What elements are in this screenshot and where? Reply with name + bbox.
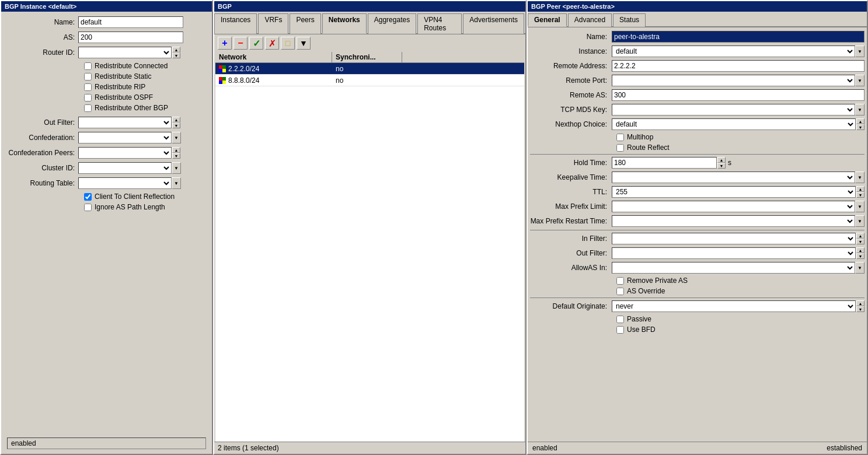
nexthop-select[interactable]: default xyxy=(612,118,856,130)
out-filter-spinner[interactable]: ▲ ▼ xyxy=(172,117,180,128)
as-override-row: AS Override xyxy=(530,287,864,295)
confederation-wrap: ▼ xyxy=(78,132,205,144)
routing-table-label: Routing Table: xyxy=(8,179,78,187)
out-filter-down[interactable]: ▼ xyxy=(172,123,180,128)
router-id-down[interactable]: ▼ xyxy=(172,52,180,58)
cancel-button[interactable]: ✗ xyxy=(265,37,279,50)
confederation-peers-select[interactable] xyxy=(78,147,172,159)
remove-button[interactable]: − xyxy=(233,37,247,50)
out-filter-select[interactable] xyxy=(78,117,172,128)
redistribute-connected-label: Redistribute Connected xyxy=(95,62,168,70)
middle-toolbar: + − ✓ ✗ □ ▼ xyxy=(214,34,525,52)
as-label: AS: xyxy=(8,33,78,41)
tab-instances[interactable]: Instances xyxy=(214,13,257,34)
tab-networks[interactable]: Networks xyxy=(322,13,367,34)
name-input[interactable] xyxy=(78,16,183,28)
remove-private-as-checkbox[interactable] xyxy=(616,277,624,285)
sync-cell-1: no xyxy=(332,65,402,73)
tab-advanced[interactable]: Advanced xyxy=(568,13,612,27)
tab-vrfs[interactable]: VRFs xyxy=(258,13,288,34)
max-prefix-limit-wrap: ▼ xyxy=(612,201,864,212)
keepalive-label: Keepalive Time: xyxy=(530,173,612,181)
col-header-sync[interactable]: Synchroni... xyxy=(332,52,402,62)
peer-name-input[interactable] xyxy=(612,31,864,43)
ttl-spinner[interactable]: ▲ ▼ xyxy=(856,186,864,198)
instance-label: Instance: xyxy=(530,47,612,55)
instance-dropdown[interactable]: ▼ xyxy=(855,46,864,57)
passive-row: Passive xyxy=(530,315,864,323)
ignore-as-path-checkbox[interactable] xyxy=(84,204,92,211)
confederation-peers-wrap: ▲ ▼ xyxy=(78,147,205,159)
routing-table-select[interactable] xyxy=(78,177,172,189)
allowas-in-select[interactable] xyxy=(612,262,855,274)
remote-port-dropdown[interactable]: ▼ xyxy=(855,75,864,86)
remote-as-input[interactable] xyxy=(612,89,864,101)
tab-status[interactable]: Status xyxy=(613,13,646,27)
route-reflect-checkbox[interactable] xyxy=(616,144,624,152)
multihop-checkbox[interactable] xyxy=(616,134,624,141)
router-id-select[interactable] xyxy=(78,47,172,58)
out-filter-right-select[interactable] xyxy=(612,247,856,259)
max-prefix-limit-select[interactable] xyxy=(612,201,855,212)
routing-table-dropdown[interactable]: ▼ xyxy=(172,177,181,189)
passive-checkbox[interactable] xyxy=(616,316,624,323)
name-label: Name: xyxy=(8,18,78,26)
remote-as-row: Remote AS: xyxy=(530,89,864,101)
in-filter-spinner[interactable]: ▲ ▼ xyxy=(856,233,864,244)
tab-advertisements[interactable]: Advertisements xyxy=(463,13,524,34)
hold-time-input[interactable] xyxy=(612,157,717,169)
in-filter-select[interactable] xyxy=(612,233,856,244)
tcp-md5-select[interactable] xyxy=(612,104,855,116)
multihop-row: Multihop xyxy=(530,133,864,141)
nexthop-spinner[interactable]: ▲ ▼ xyxy=(856,118,864,130)
redistribute-rip-checkbox[interactable] xyxy=(84,83,92,91)
apply-button[interactable]: ✓ xyxy=(249,37,263,50)
tab-peers[interactable]: Peers xyxy=(290,13,320,34)
table-row[interactable]: 2.2.2.0/24 no xyxy=(215,63,524,75)
redistribute-static-checkbox[interactable] xyxy=(84,73,92,80)
router-id-spinner[interactable]: ▲ ▼ xyxy=(172,47,180,58)
right-status-right: established xyxy=(827,444,862,452)
instance-select[interactable]: default xyxy=(612,46,855,57)
confederation-select[interactable] xyxy=(78,132,172,144)
out-filter-right-spinner[interactable]: ▲ ▼ xyxy=(856,247,864,259)
client-to-client-checkbox[interactable] xyxy=(84,193,92,201)
tab-vpn4[interactable]: VPN4 Routes xyxy=(417,13,462,34)
allowas-in-dropdown[interactable]: ▼ xyxy=(855,262,864,274)
default-originate-spinner[interactable]: ▲ ▼ xyxy=(856,300,864,312)
tcp-md5-label: TCP MD5 Key: xyxy=(530,106,612,114)
out-filter-up[interactable]: ▲ xyxy=(172,117,180,123)
redistribute-ospf-checkbox[interactable] xyxy=(84,94,92,102)
tcp-md5-dropdown[interactable]: ▼ xyxy=(855,104,864,116)
add-button[interactable]: + xyxy=(218,37,232,50)
keepalive-select[interactable] xyxy=(612,172,855,183)
table-row[interactable]: 8.8.8.0/24 no xyxy=(215,75,524,86)
copy-button[interactable]: □ xyxy=(281,37,295,50)
redistribute-connected-checkbox[interactable] xyxy=(84,62,92,70)
router-id-up[interactable]: ▲ xyxy=(172,47,180,52)
max-prefix-restart-wrap: ▼ xyxy=(612,215,864,227)
tab-aggregates[interactable]: Aggregates xyxy=(368,13,416,34)
max-prefix-restart-select[interactable] xyxy=(612,215,855,227)
max-prefix-limit-dropdown[interactable]: ▼ xyxy=(855,201,864,212)
confederation-row: Confederation: ▼ xyxy=(8,132,205,144)
keepalive-dropdown[interactable]: ▼ xyxy=(855,172,864,183)
filter-button[interactable]: ▼ xyxy=(297,37,311,50)
max-prefix-restart-dropdown[interactable]: ▼ xyxy=(855,215,864,227)
cluster-id-select[interactable] xyxy=(78,162,172,174)
use-bfd-checkbox[interactable] xyxy=(616,326,624,334)
tab-general[interactable]: General xyxy=(528,13,567,27)
remote-address-input[interactable] xyxy=(612,60,864,72)
hold-time-spinner[interactable]: ▲ ▼ xyxy=(717,157,726,169)
ttl-select[interactable]: 255 xyxy=(612,186,856,198)
as-override-checkbox[interactable] xyxy=(616,288,624,295)
remote-port-select[interactable] xyxy=(612,75,855,86)
col-header-network[interactable]: Network xyxy=(215,52,332,62)
cluster-id-dropdown[interactable]: ▼ xyxy=(172,162,181,174)
confederation-peers-spinner[interactable]: ▲ ▼ xyxy=(172,147,180,159)
confederation-dropdown[interactable]: ▼ xyxy=(172,132,181,144)
redistribute-other-bgp-checkbox[interactable] xyxy=(84,104,92,112)
multihop-label: Multihop xyxy=(627,133,653,141)
default-originate-select[interactable]: never xyxy=(612,300,856,312)
as-input[interactable] xyxy=(78,32,183,43)
